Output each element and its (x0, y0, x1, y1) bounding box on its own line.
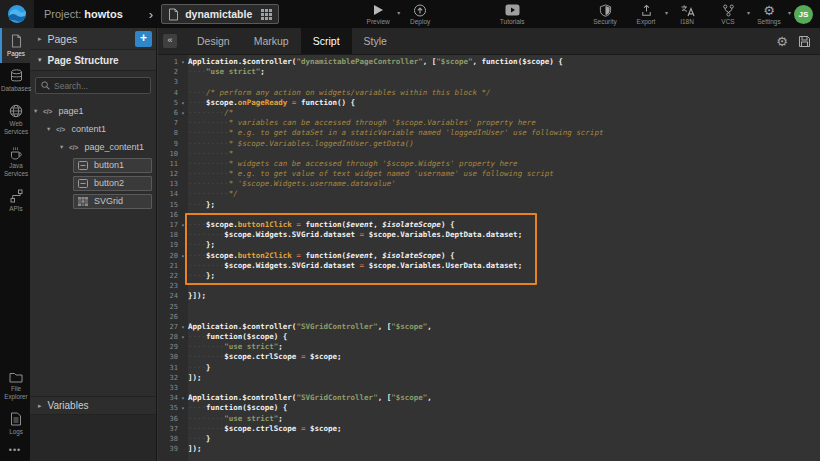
line-number: 11 (158, 159, 178, 169)
sidebar-item-logs[interactable]: Logs (0, 406, 30, 441)
code-line-6[interactable]: 6▾········/* (158, 108, 820, 118)
expand-chevron-icon[interactable]: ▾ (34, 107, 43, 115)
code-line-16[interactable]: 16 (158, 210, 820, 220)
code-line-34[interactable]: 34▾Application.$controller("SVGridContro… (158, 393, 820, 403)
caret-down-icon: ▾ (747, 9, 750, 16)
code-line-36[interactable]: 36········"use strict"; (158, 414, 820, 424)
sidebar-item-web-services[interactable]: Web Services (0, 98, 30, 141)
code-line-8[interactable]: 8·········* e.g. to get dataSet in a sta… (158, 128, 820, 138)
fold-arrow-icon[interactable]: ▾ (178, 332, 188, 342)
add-page-button[interactable]: + (135, 31, 152, 47)
fold-gutter (178, 291, 188, 301)
code-line-27[interactable]: 27▾Application.$controller("SVGridContro… (158, 322, 820, 332)
code-line-35[interactable]: 35▾····function($scope) { (158, 403, 820, 413)
code-line-2[interactable]: 2····"use strict"; (158, 67, 820, 77)
page-selector-dropdown[interactable]: dynamictable (161, 4, 279, 24)
code-line-38[interactable]: 38····} (158, 434, 820, 444)
sidebar-item-apis[interactable]: APIs (0, 183, 30, 218)
tab-design[interactable]: Design (185, 28, 242, 54)
code-line-18[interactable]: 18········$scope.Widgets.SVGrid.dataset … (158, 230, 820, 240)
sidebar-item-java-services[interactable]: Java Services (0, 140, 30, 183)
code-line-17[interactable]: 17▾····$scope.button1Click = function($e… (158, 220, 820, 230)
export-button[interactable]: ▾Export (631, 4, 661, 25)
code-line-33[interactable]: 33 (158, 383, 820, 393)
markup-tag-icon: </> (56, 126, 65, 133)
code-line-10[interactable]: 10·········* (158, 149, 820, 159)
code-line-3[interactable]: 3 (158, 77, 820, 87)
deploy-button[interactable]: Deploy (405, 4, 435, 25)
tutorials-button[interactable]: Tutorials (497, 4, 527, 25)
code-line-37[interactable]: 37········$scope.ctrlScope = $scope; (158, 424, 820, 434)
code-line-21[interactable]: 21········$scope.Widgets.SVGrid.dataset … (158, 261, 820, 271)
code-line-20[interactable]: 20▾····$scope.button2Click = function($e… (158, 251, 820, 261)
tab-script[interactable]: Script (301, 28, 352, 54)
code-line-22[interactable]: 22····}; (158, 271, 820, 281)
sidebar-item-label: Java Services (2, 162, 30, 178)
code-line-7[interactable]: 7·········* variables can be accessed th… (158, 118, 820, 128)
code-line-19[interactable]: 19····}; (158, 240, 820, 250)
code-line-25[interactable]: 25 (158, 302, 820, 312)
fold-arrow-icon[interactable]: ▾ (178, 57, 188, 67)
settings-button[interactable]: ⚙▾Settings (754, 4, 784, 25)
tree-item-page1[interactable]: ▾</>page1 (30, 102, 156, 120)
fold-arrow-icon[interactable]: ▾ (178, 108, 188, 118)
code-line-28[interactable]: 28▾····function($scope) { (158, 332, 820, 342)
wavemaker-logo[interactable] (0, 0, 34, 28)
user-avatar[interactable]: JS (794, 5, 813, 24)
fold-arrow-icon[interactable]: ▾ (178, 393, 188, 403)
fold-arrow-icon[interactable]: ▾ (178, 322, 188, 332)
code-line-5[interactable]: 5▾····$scope.onPageReady = function() { (158, 98, 820, 108)
code-line-31[interactable]: 31····} (158, 363, 820, 373)
line-number: 34 (158, 393, 178, 403)
code-line-39[interactable]: 39]); (158, 444, 820, 454)
code-line-12[interactable]: 12·········* e.g. to get value of text w… (158, 169, 820, 179)
grid-view-icon[interactable] (261, 9, 272, 20)
tab-style[interactable]: Style (352, 28, 399, 54)
expand-chevron-icon[interactable]: ▾ (47, 125, 56, 133)
fold-arrow-icon[interactable]: ▾ (178, 220, 188, 230)
code-line-26[interactable]: 26 (158, 312, 820, 322)
variables-accordion-header[interactable]: ▸ Variables (30, 396, 156, 415)
code-line-30[interactable]: 30········$scope.ctrlScope = $scope; (158, 352, 820, 362)
code-line-15[interactable]: 15····}; (158, 200, 820, 210)
code-line-32[interactable]: 32]); (158, 373, 820, 383)
fold-arrow-icon[interactable]: ▾ (178, 251, 188, 261)
code-line-29[interactable]: 29········"use strict"; (158, 342, 820, 352)
preview-button[interactable]: ▾ Preview (363, 4, 393, 25)
tree-item-page_content1[interactable]: ▾</>page_content1 (30, 138, 156, 156)
script-code-editor[interactable]: 1▾Application.$controller("dynamictableP… (158, 55, 820, 461)
code-line-14[interactable]: 14·········*/ (158, 189, 820, 199)
variables-header-label: Variables (48, 400, 89, 411)
tree-item-content1[interactable]: ▾</>content1 (30, 120, 156, 138)
fold-gutter (178, 179, 188, 189)
sidebar-item-file-explorer[interactable]: File Explorer (0, 365, 30, 406)
code-line-11[interactable]: 11·········* widgets can be accessed thr… (158, 159, 820, 169)
save-icon[interactable] (798, 35, 811, 48)
structure-search[interactable] (35, 77, 151, 94)
tree-item-SVGrid[interactable]: SVGrid (30, 192, 156, 210)
sidebar-item-pages[interactable]: Pages (0, 28, 30, 63)
tab-markup[interactable]: Markup (242, 28, 301, 54)
code-line-23[interactable]: 23 (158, 281, 820, 291)
expand-chevron-icon[interactable]: ▾ (60, 143, 69, 151)
tree-item-button1[interactable]: button1 (30, 156, 156, 174)
code-line-9[interactable]: 9·········* $scope.Variables.loggedInUse… (158, 139, 820, 149)
pages-accordion-header[interactable]: ▸ Pages + (30, 28, 156, 50)
i18n-button[interactable]: I18N (672, 4, 702, 25)
fold-arrow-icon[interactable]: ▾ (178, 98, 188, 108)
code-line-4[interactable]: 4····/* perform any action on widgets/va… (158, 88, 820, 98)
search-input[interactable] (54, 81, 144, 91)
page-structure-header[interactable]: ▾ Page Structure (30, 50, 156, 71)
collapse-panel-button[interactable]: « (163, 34, 177, 48)
pages-panel: ▸ Pages + ▾ Page Structure ▾</>page1▾</>… (30, 28, 157, 461)
tree-item-button2[interactable]: button2 (30, 174, 156, 192)
code-line-1[interactable]: 1▾Application.$controller("dynamictableP… (158, 57, 820, 67)
code-line-24[interactable]: 24}]); (158, 291, 820, 301)
sidebar-item-databases[interactable]: Databases (0, 63, 30, 98)
script-settings-gear-icon[interactable]: ⚙ (776, 35, 788, 48)
code-line-13[interactable]: 13·········* '$scope.Widgets.username.da… (158, 179, 820, 189)
security-button[interactable]: Security (590, 4, 620, 25)
fold-arrow-icon[interactable]: ▾ (178, 403, 188, 413)
rail-more-button[interactable]: ••• (0, 441, 30, 461)
vcs-button[interactable]: ▾VCS (713, 4, 743, 25)
